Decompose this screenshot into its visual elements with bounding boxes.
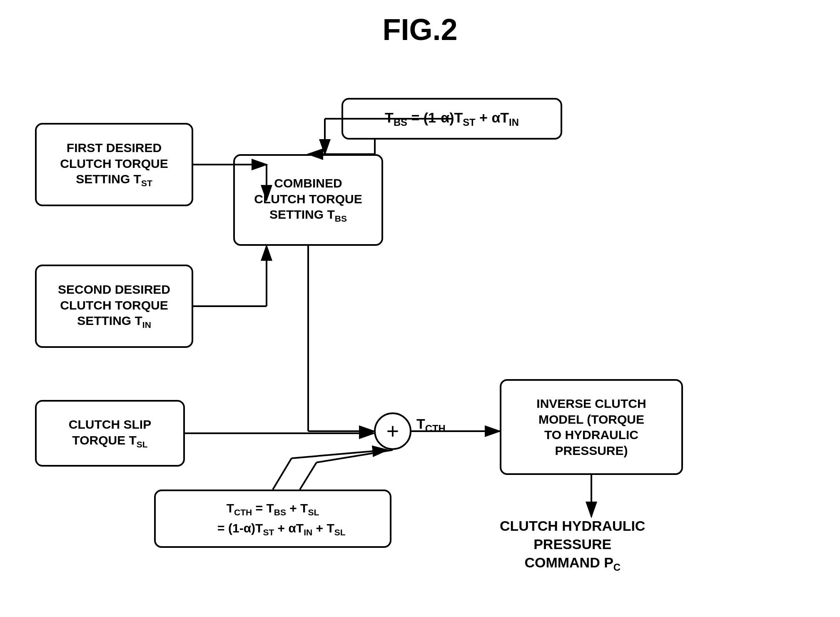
plus-sign: + xyxy=(386,419,399,444)
summation-circle: + xyxy=(374,412,411,450)
hydraulic-label: CLUTCH HYDRAULICPRESSURECOMMAND PC xyxy=(500,517,645,574)
svg-line-18 xyxy=(317,450,393,462)
first-desired-box: FIRST DESIREDCLUTCH TORQUESETTING TST xyxy=(35,123,193,206)
slip-torque-label: CLUTCH SLIPTORQUE TSL xyxy=(69,417,151,450)
first-desired-label: FIRST DESIREDCLUTCH TORQUESETTING TST xyxy=(60,140,168,189)
svg-line-17 xyxy=(300,462,317,490)
svg-line-15 xyxy=(273,458,292,490)
inverse-model-box: INVERSE CLUTCHMODEL (TORQUETO HYDRAULICP… xyxy=(500,379,683,475)
combined-label: COMBINEDCLUTCH TORQUESETTING TBS xyxy=(254,175,362,224)
tcth-label: TCTH xyxy=(416,416,446,435)
formula-tbs-label: TBS = (1-α)TST + αTIN xyxy=(385,109,519,129)
formula-tcth-box: TCTH = TBS + TSL = (1-α)TST + αTIN + TSL xyxy=(154,490,391,548)
formula-tbs-box: TBS = (1-α)TST + αTIN xyxy=(341,98,562,140)
slip-torque-box: CLUTCH SLIPTORQUE TSL xyxy=(35,400,185,467)
inverse-model-label: INVERSE CLUTCHMODEL (TORQUETO HYDRAULICP… xyxy=(536,396,646,458)
formula-tcth-label: TCTH = TBS + TSL = (1-α)TST + αTIN + TSL xyxy=(200,499,345,539)
combined-box: COMBINEDCLUTCH TORQUESETTING TBS xyxy=(233,154,383,246)
svg-line-16 xyxy=(292,450,387,458)
second-desired-box: SECOND DESIREDCLUTCH TORQUESETTING TIN xyxy=(35,265,193,348)
second-desired-label: SECOND DESIREDCLUTCH TORQUESETTING TIN xyxy=(58,282,170,330)
page-title: FIG.2 xyxy=(382,12,457,47)
